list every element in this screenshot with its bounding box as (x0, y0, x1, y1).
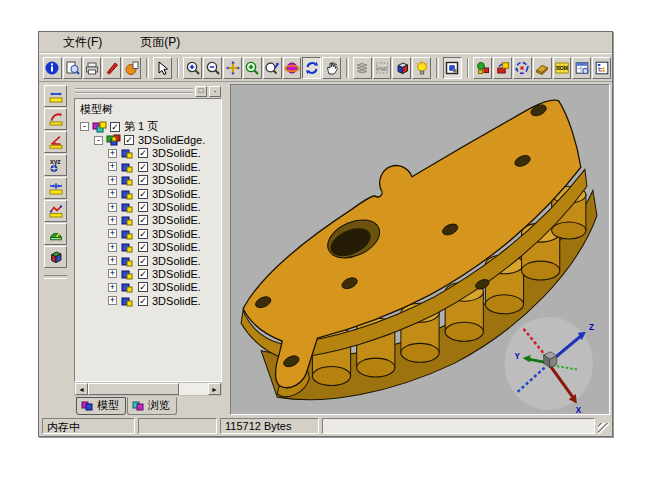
pan-button[interactable] (223, 57, 242, 79)
tree-item-part[interactable]: +✓3DSolidE. (78, 200, 221, 213)
tree-item-assembly[interactable]: - ✓ 3DSolidEdge. (78, 133, 221, 146)
visibility-checkbox[interactable]: ✓ (138, 162, 148, 172)
visibility-checkbox[interactable]: ✓ (138, 256, 148, 266)
hand-pan-icon (324, 60, 340, 76)
panel-minimize-button[interactable]: - (209, 86, 221, 97)
part-node-icon (120, 214, 135, 226)
visibility-checkbox[interactable]: ✓ (124, 135, 134, 145)
tree-item-part[interactable]: +✓3DSolidE. (78, 160, 221, 173)
view-cube-button[interactable] (392, 57, 411, 79)
collapse-toggle[interactable]: - (80, 122, 89, 131)
scroll-thumb[interactable] (88, 383, 179, 395)
tab-browse[interactable]: 浏览 (127, 397, 177, 415)
orientation-trackball[interactable]: Z Y X (504, 317, 593, 414)
bom-button[interactable]: BOM (553, 57, 572, 79)
zoom-window-button[interactable] (243, 57, 262, 79)
expand-toggle[interactable]: + (108, 162, 117, 171)
spin-view-icon (304, 60, 320, 76)
tree-item-part[interactable]: +✓3DSolidE. (78, 174, 221, 187)
visibility-checkbox[interactable]: ✓ (138, 282, 148, 292)
expand-toggle[interactable]: + (108, 189, 117, 198)
measure-curve-button[interactable] (44, 200, 67, 222)
edit-pencil-button[interactable] (102, 57, 121, 79)
svg-text:BOM: BOM (556, 64, 568, 70)
zoom-in-button[interactable] (183, 57, 202, 79)
tree-view-button[interactable] (592, 57, 611, 79)
protractor-button[interactable] (44, 223, 67, 245)
tree-item-part[interactable]: +✓3DSolidE. (78, 267, 221, 280)
tree-item-part[interactable]: +✓3DSolidE. (78, 294, 221, 307)
expand-toggle[interactable]: + (108, 216, 117, 225)
measure-angle-button[interactable] (44, 131, 67, 153)
assembly-parts-button[interactable] (473, 57, 492, 79)
tree-item-part[interactable]: +✓3DSolidE. (78, 147, 221, 160)
solid-box-button[interactable] (44, 246, 67, 268)
scroll-right-button[interactable]: ► (208, 383, 221, 395)
menu-file[interactable]: 文件(F) (59, 32, 106, 53)
expand-toggle[interactable]: + (108, 243, 117, 252)
tab-model[interactable]: 模型 (76, 397, 126, 415)
visibility-checkbox[interactable]: ✓ (138, 189, 148, 199)
visibility-checkbox[interactable]: ✓ (138, 215, 148, 225)
print-preview-icon (64, 60, 80, 76)
collapse-toggle[interactable]: - (94, 136, 103, 145)
print-button[interactable] (83, 57, 102, 79)
color-page-button[interactable] (122, 57, 141, 79)
info-button[interactable] (43, 57, 62, 79)
expand-toggle[interactable]: + (108, 269, 117, 278)
visibility-checkbox[interactable]: ✓ (138, 242, 148, 252)
tree-horizontal-scrollbar[interactable]: ◄ ► (74, 382, 222, 396)
visibility-checkbox[interactable]: ✓ (138, 269, 148, 279)
resize-grip[interactable] (598, 423, 609, 434)
render-frame-button[interactable] (443, 57, 462, 79)
expand-toggle[interactable]: + (108, 256, 117, 265)
visibility-checkbox[interactable]: ✓ (138, 229, 148, 239)
tree-item-part[interactable]: +✓3DSolidE. (78, 254, 221, 267)
tree-item-part[interactable]: +✓3DSolidE. (78, 227, 221, 240)
tree-item-part[interactable]: +✓3DSolidE. (78, 187, 221, 200)
model-tree: 模型树 - ✓ 第 1 页 - ✓ 3DSolidEdge. +✓3DSolid… (74, 98, 222, 382)
expand-toggle[interactable]: + (108, 203, 117, 212)
hand-pan-button[interactable] (322, 57, 341, 79)
eraser-button[interactable] (533, 57, 552, 79)
expand-toggle[interactable]: + (108, 229, 117, 238)
expand-toggle[interactable]: + (108, 296, 117, 305)
panel-gripper[interactable]: □ - (74, 84, 222, 98)
scroll-left-button[interactable]: ◄ (75, 383, 88, 395)
expand-toggle[interactable]: + (108, 149, 117, 158)
light-button[interactable] (412, 57, 431, 79)
visibility-checkbox[interactable]: ✓ (138, 202, 148, 212)
dynamic-zoom-button[interactable] (263, 57, 282, 79)
measure-radius-button[interactable] (44, 108, 67, 130)
update-view-button[interactable] (513, 57, 532, 79)
select-cursor-button[interactable] (153, 57, 172, 79)
visibility-checkbox[interactable]: ✓ (138, 175, 148, 185)
pmi-button[interactable]: PMI (373, 57, 392, 79)
panel-restore-button[interactable]: □ (195, 86, 207, 97)
menu-page[interactable]: 页面(P) (136, 32, 184, 53)
orbit-button[interactable] (283, 57, 302, 79)
tree-item-part[interactable]: +✓3DSolidE. (78, 281, 221, 294)
expand-toggle[interactable]: + (108, 176, 117, 185)
measure-gap-button[interactable] (44, 177, 67, 199)
visibility-checkbox[interactable]: ✓ (110, 122, 120, 132)
expand-toggle[interactable]: + (108, 283, 117, 292)
print-preview-button[interactable] (63, 57, 82, 79)
viewport-3d[interactable]: Z Y X (230, 84, 610, 415)
move-part-button[interactable] (493, 57, 512, 79)
measure-distance-button[interactable] (44, 85, 67, 107)
update-view-icon (514, 60, 530, 76)
tree-item-page[interactable]: - ✓ 第 1 页 (78, 120, 221, 133)
layers-button[interactable] (353, 57, 372, 79)
table-view-icon (574, 60, 590, 76)
visibility-checkbox[interactable]: ✓ (138, 148, 148, 158)
spin-view-button[interactable] (302, 57, 321, 79)
zoom-out-button[interactable] (203, 57, 222, 79)
tree-item-part[interactable]: +✓3DSolidE. (78, 214, 221, 227)
app-window: 文件(F) 页面(P) PMI BOM (38, 31, 613, 437)
tree-item-part[interactable]: +✓3DSolidE. (78, 241, 221, 254)
coordinate-xyz-button[interactable]: xyz (44, 154, 67, 176)
visibility-checkbox[interactable]: ✓ (138, 296, 148, 306)
table-view-button[interactable] (572, 57, 591, 79)
eraser-icon (534, 60, 550, 76)
